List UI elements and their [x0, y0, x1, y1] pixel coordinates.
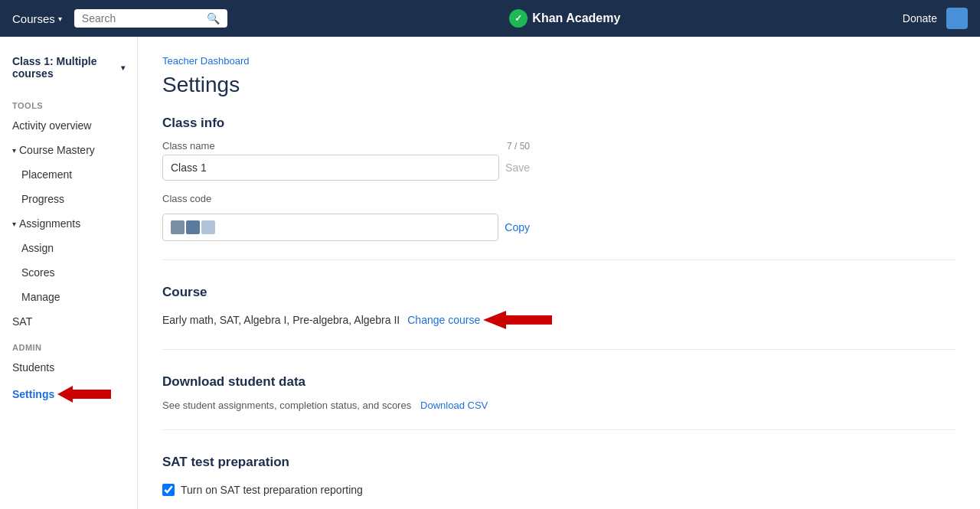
avatar[interactable]: [946, 8, 968, 29]
sidebar-item-activity-overview[interactable]: Activity overview: [0, 113, 137, 138]
code-block-3: [201, 220, 215, 234]
class-name-input[interactable]: [162, 155, 499, 181]
search-icon: 🔍: [207, 12, 220, 24]
class-code-label-row: Class code: [162, 193, 530, 204]
svg-marker-1: [483, 311, 552, 329]
settings-arrow-icon: [57, 386, 111, 403]
class-info-section: Class info Class name 7 / 50 Save Class …: [162, 116, 956, 260]
sidebar-item-placement[interactable]: Placement: [0, 162, 137, 187]
logo-icon: ✓: [509, 9, 528, 28]
code-block-2: [186, 220, 200, 234]
download-section-title: Download student data: [162, 374, 956, 390]
main-content: Teacher Dashboard Settings Class info Cl…: [138, 37, 980, 509]
top-navigation: Courses ▾ 🔍 ✓ Khan Academy Donate: [0, 0, 980, 37]
courses-chevron-icon: ▾: [58, 15, 62, 23]
sidebar: Class 1: Multiple courses ▾ TOOLS Activi…: [0, 37, 138, 509]
sidebar-item-manage[interactable]: Manage: [0, 285, 137, 309]
code-block-1: [171, 220, 185, 234]
course-section: Course Early math, SAT, Algebra I, Pre-a…: [162, 285, 956, 350]
courses-label: Courses: [12, 12, 55, 25]
nav-left: Courses ▾ 🔍: [12, 9, 227, 28]
save-button[interactable]: Save: [505, 162, 530, 174]
assignments-chevron: ▾: [12, 220, 16, 228]
sidebar-item-sat[interactable]: SAT: [0, 309, 137, 334]
change-course-arrow-icon: [483, 309, 552, 331]
course-mastery-label: Course Mastery: [19, 144, 95, 156]
assignments-label: Assignments: [19, 217, 80, 230]
breadcrumb[interactable]: Teacher Dashboard: [162, 55, 956, 67]
class-name-input-row: Save: [162, 155, 530, 181]
sidebar-item-course-mastery[interactable]: ▾ Course Mastery: [0, 138, 137, 162]
copy-button[interactable]: Copy: [505, 221, 530, 233]
brand-name: Khan Academy: [532, 11, 620, 25]
admin-section-label: ADMIN: [0, 334, 137, 355]
class-code-row: Copy: [162, 214, 530, 241]
download-csv-link[interactable]: Download CSV: [420, 400, 488, 411]
char-count: 7 / 50: [507, 141, 530, 152]
courses-dropdown-button[interactable]: Courses ▾: [12, 12, 62, 25]
sidebar-item-settings[interactable]: Settings: [0, 380, 137, 409]
class-title[interactable]: Class 1: Multiple courses ▾: [0, 49, 137, 92]
nav-center: ✓ Khan Academy: [227, 9, 903, 28]
course-row: Early math, SAT, Algebra I, Pre-algebra,…: [162, 309, 956, 331]
class-chevron-icon: ▾: [121, 64, 125, 72]
class-name-label-row: Class name 7 / 50: [162, 140, 530, 152]
search-bar[interactable]: 🔍: [74, 9, 227, 28]
class-code-label: Class code: [162, 193, 211, 204]
sidebar-item-scores[interactable]: Scores: [0, 260, 137, 285]
class-title-text: Class 1: Multiple courses: [12, 55, 118, 80]
download-section: Download student data See student assign…: [162, 374, 956, 430]
sat-checkbox-row: Turn on SAT test preparation reporting: [162, 479, 956, 501]
khan-academy-logo: ✓ Khan Academy: [509, 9, 620, 28]
sat-checkbox[interactable]: [162, 484, 175, 496]
course-mastery-chevron: ▾: [12, 146, 16, 155]
sidebar-item-assign[interactable]: Assign: [0, 236, 137, 260]
change-course-button[interactable]: Change course: [407, 314, 480, 326]
sidebar-item-progress[interactable]: Progress: [0, 187, 137, 211]
sat-checkbox-label: Turn on SAT test preparation reporting: [181, 484, 363, 496]
class-info-title: Class info: [162, 116, 956, 131]
sat-section: SAT test preparation Turn on SAT test pr…: [162, 455, 956, 509]
page-wrapper: Class 1: Multiple courses ▾ TOOLS Activi…: [0, 37, 980, 509]
code-blocks: [171, 220, 215, 234]
class-code-display: [162, 214, 498, 241]
sidebar-item-students[interactable]: Students: [0, 355, 137, 380]
nav-right: Donate: [903, 8, 968, 29]
search-input[interactable]: [82, 12, 207, 24]
sat-section-title: SAT test preparation: [162, 455, 956, 470]
page-title: Settings: [162, 73, 956, 97]
course-list: Early math, SAT, Algebra I, Pre-algebra,…: [162, 314, 400, 326]
sidebar-item-assignments[interactable]: ▾ Assignments: [0, 211, 137, 236]
class-name-label: Class name: [162, 140, 215, 152]
settings-label: Settings: [12, 388, 54, 400]
svg-marker-0: [57, 386, 111, 403]
donate-button[interactable]: Donate: [903, 12, 937, 24]
download-description: See student assignments, completion stat…: [162, 400, 411, 411]
course-section-title: Course: [162, 285, 956, 300]
tools-section-label: TOOLS: [0, 92, 137, 113]
